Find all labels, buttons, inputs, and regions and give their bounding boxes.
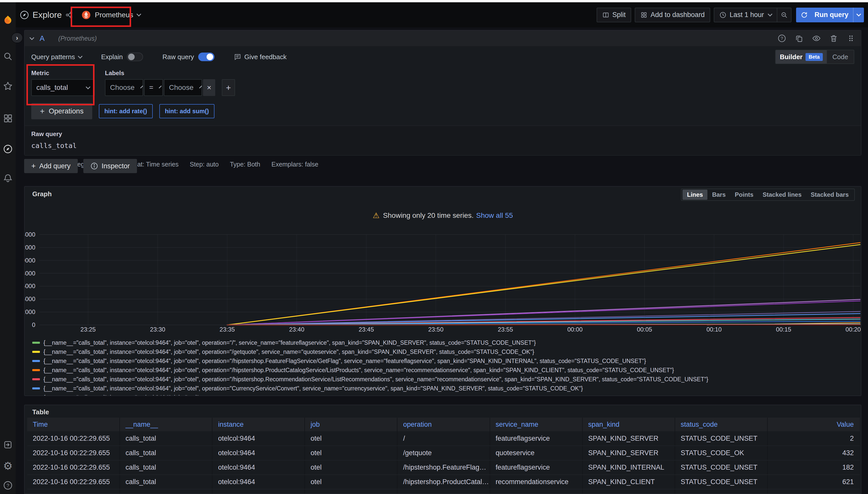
operations-button[interactable]: + Operations [31,103,92,119]
table-column-header-service_name[interactable]: service_name [490,418,582,431]
table-column-header-operation[interactable]: operation [397,418,490,431]
hint-add-sum-button[interactable]: hint: add sum() [159,104,215,118]
chevron-down-icon [856,12,861,16]
query-patterns-dropdown[interactable]: Query patterns [31,53,82,61]
remove-label-button[interactable]: × [203,79,215,96]
legend-label: {__name__="calls_total", instance="otelc… [43,358,646,364]
table-cell: 182 [767,460,860,475]
datasource-picker[interactable]: Prometheus [79,7,143,23]
run-query-button[interactable]: Run query [796,7,864,22]
legend-swatch [32,369,40,371]
y-axis-tick-label: 4000 [25,296,35,302]
inspector-button[interactable]: Inspector [83,159,137,173]
table-cell: 432 [767,446,860,460]
copy-icon[interactable] [795,34,803,43]
table-cell: otelcol:9464 [212,460,305,475]
legend-item[interactable]: {__name__="calls_total", instance="otelc… [32,393,858,396]
builder-tab[interactable]: Builder Beta [776,50,827,63]
legend-item[interactable]: {__name__="calls_total", instance="otelc… [32,384,858,393]
label-value-select[interactable]: Choose [164,79,202,96]
x-axis-tick-label: 00:15 [776,326,791,333]
zoom-out-button[interactable] [777,7,792,22]
run-query-caret[interactable] [853,7,864,22]
legend-label: {__name__="calls_total", instance="otelc… [43,394,208,396]
graph-mode-stacked-bars[interactable]: Stacked bars [806,190,853,200]
clock-icon [719,12,726,19]
legend-swatch [32,387,40,390]
label-operator-select[interactable]: = [144,79,163,96]
table-column-header-time[interactable]: Time [27,418,120,431]
table-cell: STATUS_CODE_UNSET [675,431,767,446]
eye-icon[interactable] [812,34,821,43]
query-row-header[interactable]: A (Prometheus) ? [25,31,861,46]
search-icon[interactable] [0,48,16,65]
trash-icon[interactable] [829,34,838,43]
table-cell: SPAN_KIND_INTERNAL [582,460,675,475]
table-cell: 621 [767,475,860,489]
drag-handle-icon[interactable] [847,34,855,43]
table-column-header-span_kind[interactable]: span_kind [582,418,675,431]
chevron-down-icon [137,12,141,16]
labels-label: Labels [105,70,235,77]
label-key-select[interactable]: Choose [105,79,143,96]
time-range-button[interactable]: Last 1 hour [714,7,777,22]
raw-query-toggle[interactable] [198,53,215,61]
metric-select[interactable]: calls_total [31,79,95,96]
starred-icon[interactable] [0,77,16,95]
explore-compass-icon[interactable] [0,140,16,158]
options-row[interactable]: Options Legend: AutoFormat: Time seriesS… [25,156,861,173]
sign-in-icon[interactable] [0,436,16,454]
add-query-button[interactable]: + Add query [24,159,78,173]
graph-mode-lines[interactable]: Lines [683,190,708,200]
results-table: Time__name__instancejoboperationservice_… [27,418,860,494]
dashboards-icon[interactable] [0,109,16,127]
table-cell: featureflagservice [490,460,582,475]
help-circle-icon[interactable]: ? [778,34,786,43]
hint-add-rate-button[interactable]: hint: add rate() [99,104,153,118]
legend-item[interactable]: {__name__="calls_total", instance="otelc… [32,375,858,384]
table-column-header-status_code[interactable]: status_code [675,418,767,431]
x-axis-tick-label: 00:10 [706,326,722,333]
chevron-down-icon [768,12,773,16]
code-tab[interactable]: Code [827,53,854,61]
y-axis-tick-label: 0 [32,321,35,328]
explain-toggle[interactable] [127,53,143,61]
time-series-chart[interactable]: 0200040006000800010000120001400023:2523:… [25,229,862,337]
add-label-button[interactable]: + [222,79,235,96]
warning-icon: ⚠ [373,211,379,220]
table-column-header-job[interactable]: job [305,418,397,431]
give-feedback-link[interactable]: Give feedback [234,53,287,61]
x-axis-tick-label: 23:35 [219,326,235,333]
add-to-dashboard-button[interactable]: Add to dashboard [635,7,710,22]
help-icon[interactable]: ? [0,476,16,494]
table-cell: 621 [767,489,860,494]
grafana-logo[interactable] [0,11,16,29]
svg-text:?: ? [781,36,783,41]
table-column-header-__name__[interactable]: __name__ [120,418,212,431]
query-datasource-hint: (Prometheus) [58,35,96,42]
legend-item[interactable]: {__name__="calls_total", instance="otelc… [32,365,858,375]
legend-item[interactable]: {__name__="calls_total", instance="otelc… [32,347,858,356]
alerting-bell-icon[interactable] [0,169,16,187]
graph-mode-stacked-lines[interactable]: Stacked lines [758,190,806,200]
legend-label: {__name__="calls_total", instance="otelc… [43,385,583,392]
sidebar-expand-button[interactable]: › [11,33,23,43]
legend-item[interactable]: {__name__="calls_total", instance="otelc… [32,356,858,365]
legend-item[interactable]: {__name__="calls_total", instance="otelc… [32,338,858,347]
table-cell: / [397,431,490,446]
show-all-series-link[interactable]: Show all 55 [476,211,513,220]
table-cell: STATUS_CODE_UNSET [675,475,767,489]
settings-gear-icon[interactable]: ⚙ [0,457,16,475]
collapse-chevron-icon[interactable] [30,35,34,40]
table-column-header-instance[interactable]: instance [212,418,305,431]
table-cell: /hipstershop.FeatureFlagServi… [397,460,490,475]
graph-mode-bars[interactable]: Bars [707,190,730,200]
share-icon[interactable] [65,11,73,19]
table-cell: 2 [767,431,860,446]
split-button[interactable]: Split [597,7,631,22]
table-header: Time__name__instancejoboperationservice_… [27,418,860,431]
graph-mode-points[interactable]: Points [730,190,758,200]
table-column-header-value[interactable]: Value [767,418,860,431]
chevron-down-icon [199,86,202,88]
y-axis-tick-label: 8000 [25,270,35,277]
